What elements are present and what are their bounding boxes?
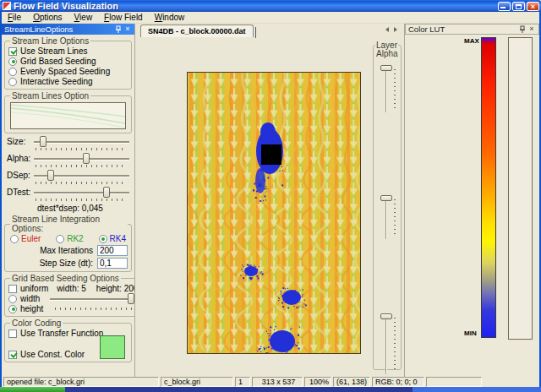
menu-file[interactable]: File — [2, 12, 27, 23]
radio-icon[interactable] — [10, 235, 19, 243]
slider-thumb[interactable] — [83, 153, 90, 164]
uniform-checkbox[interactable] — [8, 285, 17, 293]
slider-thumb[interactable] — [128, 293, 134, 304]
alpha-label: Alpha — [376, 50, 401, 58]
close-icon: × — [527, 2, 538, 12]
max-iterations-input[interactable] — [97, 245, 128, 256]
app-frame: File Options View Flow Field Window Stre… — [0, 12, 541, 387]
taskbar-button-edge[interactable] — [413, 387, 541, 392]
height-radio-label: height — [20, 304, 43, 313]
height-radio[interactable] — [8, 305, 17, 313]
grid-seeding-options-group: Grid Based Seeding Options uniform width… — [4, 274, 134, 317]
menu-bar: File Options View Flow Field Window — [2, 12, 539, 24]
menu-view[interactable]: View — [68, 12, 99, 23]
slider-ticks — [36, 199, 126, 201]
slider-ticks — [55, 308, 134, 310]
alpha-slider[interactable] — [34, 153, 129, 164]
group-title: Stream Line Integration Options: — [10, 215, 128, 233]
close-button[interactable]: × — [527, 2, 539, 11]
dtest-slider[interactable] — [34, 187, 129, 198]
slider-thumb[interactable] — [380, 195, 392, 201]
radio-grid-based-seeding[interactable]: Grid Based Seeding — [8, 57, 128, 66]
tab-strip: SN4DB - c_block.00000.dat — [135, 24, 404, 37]
slider-thumb[interactable] — [380, 65, 392, 71]
integration-options-group: Stream Line Integration Options: Euler R… — [4, 215, 132, 272]
slider-thumb[interactable] — [103, 187, 110, 198]
slider-thumb[interactable] — [47, 170, 54, 181]
panel-header[interactable]: StreamLineOptions × — [2, 24, 134, 35]
radio-rk2[interactable]: RK2 — [56, 234, 83, 243]
use-const-color-checkbox[interactable] — [8, 351, 17, 359]
layer2-alpha-slider[interactable] — [379, 195, 397, 239]
layer-alpha-group: Layer Alpha — [373, 41, 402, 370]
lut-max-label: MAX — [464, 37, 479, 45]
color-lut-header[interactable]: Color LUT × — [405, 24, 539, 35]
slider-thumb[interactable] — [40, 136, 46, 147]
radio-label: RK4 — [110, 234, 126, 243]
status-filename: c_block.gri — [161, 377, 233, 387]
width-info: width: 5 — [57, 284, 85, 293]
status-page: 1 — [235, 377, 250, 387]
status-image-size: 313 x 537 — [252, 377, 303, 387]
uniform-label: uniform — [20, 284, 48, 293]
minimize-icon — [500, 7, 505, 8]
panel-title: StreamLineOptions — [4, 24, 115, 35]
document-tab[interactable]: SN4DB - c_block.00000.dat — [140, 24, 254, 37]
canvas[interactable]: Layer Alpha — [135, 37, 404, 377]
flow-field-image[interactable] — [187, 72, 361, 354]
dtest-slider-row: DTest: — [7, 187, 129, 198]
use-transfer-function-checkbox[interactable] — [8, 329, 17, 338]
radio-icon[interactable] — [8, 57, 17, 66]
radio-icon[interactable] — [8, 78, 17, 86]
radio-euler[interactable]: Euler — [10, 234, 41, 243]
status-bar: opened file: c_block.gri c_block.gri 1 3… — [2, 377, 539, 387]
status-rgb: RGB: 0; 0; 0 — [372, 377, 424, 387]
checkbox-icon[interactable] — [8, 47, 17, 56]
minimize-button[interactable] — [498, 2, 511, 11]
menu-flow-field[interactable]: Flow Field — [98, 12, 149, 23]
size-slider-row: Size: — [7, 136, 129, 147]
grid-size-slider[interactable] — [50, 293, 134, 304]
menu-window[interactable]: Window — [149, 12, 191, 23]
color-lut-body: MAX MIN — [405, 35, 539, 377]
radio-icon[interactable] — [8, 68, 17, 76]
panel-close-icon[interactable]: × — [527, 24, 536, 34]
menu-options[interactable]: Options — [27, 12, 68, 23]
radio-interactive-seeding[interactable]: Interactive Seeding — [8, 77, 128, 86]
stream-line-options-group: Stream Line Options Use Stream Lines Gri… — [4, 36, 132, 90]
tab-scroll-left-icon[interactable] — [385, 27, 389, 32]
window-title: Flow Field Visualization — [14, 1, 498, 11]
width-radio[interactable] — [8, 295, 17, 303]
tab-scroll-right-icon[interactable] — [394, 27, 397, 32]
layer1-alpha-slider[interactable] — [379, 65, 397, 112]
lut-min-label: MIN — [464, 329, 477, 337]
app-window: Flow Field Visualization × File Options … — [0, 0, 541, 392]
title-bar[interactable]: Flow Field Visualization × — [0, 0, 541, 12]
panel-close-icon[interactable]: × — [123, 24, 132, 34]
lut-gradient-bar[interactable] — [481, 37, 496, 338]
pin-icon[interactable] — [519, 25, 527, 34]
group-title: Color Coding — [10, 318, 63, 328]
radio-rk4[interactable]: RK4 — [99, 234, 126, 243]
radio-evenly-spaced-seeding[interactable]: Evenly Spaced Seeding — [8, 67, 128, 76]
use-stream-lines-checkbox[interactable]: Use Stream Lines — [8, 46, 128, 56]
group-title: Stream Line Options — [10, 36, 90, 46]
radio-label: Euler — [21, 234, 41, 243]
lut-empty-bar — [508, 37, 533, 340]
max-iterations-label: Max Iterations — [40, 246, 93, 255]
const-color-swatch[interactable] — [100, 335, 125, 359]
radio-icon[interactable] — [56, 235, 64, 243]
pin-icon[interactable] — [115, 25, 123, 34]
step-size-input[interactable] — [97, 258, 128, 269]
slider-thumb[interactable] — [380, 313, 392, 319]
radio-icon[interactable] — [99, 235, 107, 243]
start-button-edge[interactable] — [0, 387, 65, 392]
layer3-alpha-slider[interactable] — [379, 313, 397, 374]
app-icon — [3, 2, 11, 10]
group-title: Grid Based Seeding Options — [10, 274, 121, 283]
restore-button[interactable] — [512, 2, 525, 11]
group-title: Stream Lines Option — [10, 91, 90, 101]
dsep-slider[interactable] — [34, 170, 129, 181]
size-slider[interactable] — [34, 136, 129, 147]
panel-body: Stream Line Options Use Stream Lines Gri… — [2, 35, 134, 377]
